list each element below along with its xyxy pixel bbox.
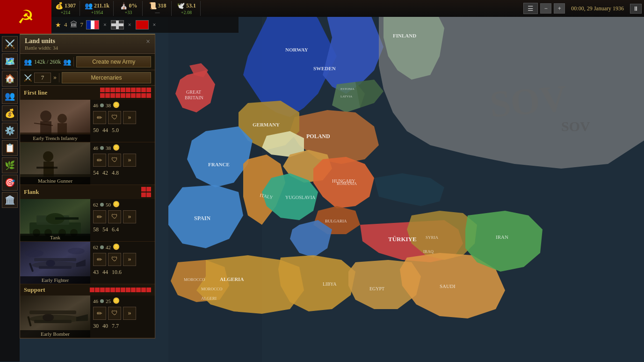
first-line-section-header: First line [20, 86, 155, 100]
svg-text:EGYPT: EGYPT [369, 286, 384, 291]
pause-button[interactable]: ⏸ [630, 4, 642, 14]
red-flag[interactable] [136, 20, 149, 30]
edit-infantry-button[interactable]: ✏ [93, 111, 106, 124]
fighter-stat2: 44 [102, 269, 108, 276]
cross-close[interactable]: × [127, 22, 133, 29]
svg-text:SWEDEN: SWEDEN [313, 66, 336, 71]
minimize-button[interactable]: − [540, 3, 551, 14]
next-fighter-button[interactable]: » [123, 253, 136, 266]
shield-infantry-button[interactable]: 🛡 [108, 111, 121, 124]
mg-stat2: 42 [102, 170, 108, 177]
land-units-panel: Land units Battle width: 34 × 👥 142k / 2… [20, 34, 155, 339]
svg-text:SOV: SOV [488, 77, 569, 125]
edit-mg-button[interactable]: ✏ [93, 154, 106, 167]
machine-gunner-image[interactable]: Machine Gunner [20, 142, 90, 185]
svg-point-63 [40, 111, 51, 122]
army-icon: 🏛 [70, 21, 78, 29]
support-title: Support [24, 286, 45, 294]
resources-bar: 💰 1307 +214 👥 211.1k +1954 ⛪ 0% +33 📜 31… [0, 1, 523, 16]
svg-text:SAUDI: SAUDI [440, 283, 456, 289]
second-bar: ★ 4 🏛 7 × × × [51, 17, 239, 33]
panel-controls2: ⚔️ 7 » Mercenaries [20, 70, 155, 86]
tank-image[interactable]: Tank [20, 199, 90, 241]
sidebar-icon-5[interactable]: ⚙️ [2, 123, 18, 139]
sidebar-icon-8[interactable]: 🎯 [2, 175, 18, 191]
edit-fighter-button[interactable]: ✏ [93, 253, 106, 266]
bomber-stat3: 7.7 [112, 323, 119, 330]
svg-text:ALGERIA: ALGERIA [220, 276, 244, 282]
sidebar-icon-6[interactable]: 📋 [2, 140, 18, 156]
sidebar-icon-3[interactable]: 👥 [2, 88, 18, 104]
first-line-pips-bottom [100, 93, 151, 98]
svg-text:IRAN: IRAN [496, 234, 508, 240]
cross-flag[interactable] [111, 20, 124, 30]
fighter-stat1: 43 [93, 269, 99, 276]
early-bomber-image[interactable]: Early Bomber [20, 296, 90, 338]
france-flag[interactable] [86, 20, 99, 30]
early-bomber-actions: ✏ 🛡 » [93, 307, 152, 320]
church-icon: ⛪ [120, 2, 128, 10]
early-trench-infantry-top-stats: 46 38 🪙 [93, 102, 152, 109]
stat-num-46: 46 [93, 103, 98, 108]
menu-button[interactable]: ☰ [523, 3, 538, 14]
shield-mg-button[interactable]: 🛡 [108, 154, 121, 167]
create-army-button[interactable]: Create new Army [76, 56, 151, 67]
sidebar-icon-0[interactable]: ⚔️ [2, 36, 18, 52]
stat-dot-infantry [100, 103, 104, 107]
manpower-icon: 👥 [85, 2, 93, 10]
sidebar-icon-7[interactable]: 🌿 [2, 157, 18, 173]
svg-rect-78 [55, 217, 79, 220]
tank-actions: ✏ 🛡 » [93, 210, 152, 223]
svg-text:LIBYA: LIBYA [323, 281, 337, 287]
mercenaries-button[interactable]: Mercenaries [62, 72, 151, 83]
edit-bomber-button[interactable]: ✏ [93, 307, 106, 320]
bomber-stat-coin: 🪙 [113, 297, 120, 304]
svg-point-92 [68, 248, 85, 254]
shield-fighter-button[interactable]: 🛡 [108, 253, 121, 266]
svg-rect-72 [36, 167, 58, 169]
early-trench-infantry-stats: 46 38 🪙 ✏ 🛡 » 50 44 5.0 [90, 100, 155, 142]
flank-pips-top [141, 187, 151, 192]
sidebar-icon-4[interactable]: 💰 [2, 105, 18, 121]
svg-text:FINLAND: FINLAND [393, 33, 416, 38]
early-fighter-actions: ✏ 🛡 » [93, 253, 152, 266]
edit-tank-button[interactable]: ✏ [93, 210, 106, 223]
sidebar-icon-1[interactable]: 🗺️ [2, 53, 18, 69]
stat-coin-infantry: 🪙 [113, 102, 120, 109]
svg-text:YUGOSLAVIA: YUGOSLAVIA [285, 195, 316, 200]
early-trench-infantry-image[interactable]: Early Trench Infantry [20, 100, 90, 142]
red-flag-close[interactable]: × [152, 22, 158, 29]
svg-text:GERMANY: GERMANY [253, 122, 280, 127]
sidebar-icon-2[interactable]: 🏠 [2, 71, 18, 87]
manpower-icon-small: 👥 [24, 58, 32, 66]
star-count: 4 [64, 21, 67, 29]
sidebar-icon-9[interactable]: 🏛️ [2, 192, 18, 208]
next-tank-button[interactable]: » [123, 210, 136, 223]
france-close[interactable]: × [102, 22, 108, 29]
main-country-flag[interactable]: ☭ [0, 0, 51, 34]
early-fighter-label: Early Fighter [20, 276, 90, 284]
maximize-button[interactable]: + [554, 3, 565, 14]
tank-row: Tank 62 50 🪙 ✏ 🛡 » 58 54 6.4 [20, 199, 155, 242]
flank-section-header: Flank [20, 185, 155, 199]
shield-bomber-button[interactable]: 🛡 [108, 307, 121, 320]
svg-text:MOROCCO: MOROCCO [184, 277, 205, 282]
svg-text:MOROCCO: MOROCCO [201, 287, 223, 291]
church-value: 0% [129, 2, 137, 9]
early-trench-infantry-bottom-stats: 50 44 5.0 [93, 127, 152, 134]
early-fighter-row: Early Fighter 62 42 🪙 ✏ 🛡 » 43 44 10.6 [20, 242, 155, 284]
svg-text:SOV: SOV [561, 118, 590, 134]
svg-point-70 [43, 151, 53, 162]
admin-resource: 📜 318 — [144, 1, 172, 16]
next-mg-button[interactable]: » [123, 154, 136, 167]
next-bomber-button[interactable]: » [123, 307, 136, 320]
svg-rect-96 [34, 320, 72, 323]
flank-title: Flank [24, 188, 39, 196]
early-bomber-stats: 46 25 🪙 ✏ 🛡 » 30 40 7.7 [90, 296, 155, 338]
next-infantry-button[interactable]: » [123, 111, 136, 124]
early-fighter-image[interactable]: Early Fighter [20, 242, 90, 284]
panel-close-button[interactable]: × [146, 37, 150, 46]
svg-point-91 [25, 250, 43, 257]
shield-tank-button[interactable]: 🛡 [108, 210, 121, 223]
panel-header: Land units Battle width: 34 × [20, 35, 155, 54]
